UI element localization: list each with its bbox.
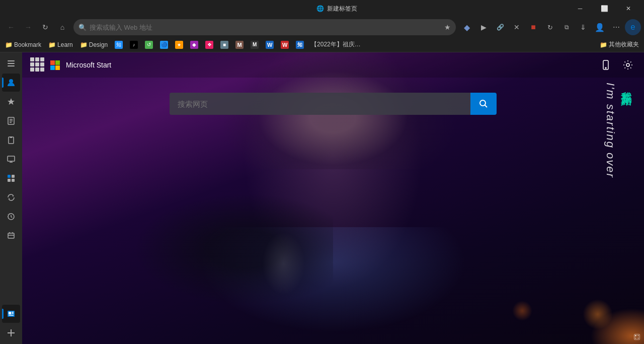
svg-rect-1	[8, 63, 15, 64]
sidebar-item-clipboard[interactable]	[2, 131, 20, 149]
page-indicator[interactable]	[634, 334, 640, 340]
refresh-button[interactable]: ↻	[37, 19, 53, 35]
sidebar-item-favorites[interactable]	[2, 93, 20, 111]
ms-start-controls	[598, 57, 636, 73]
svg-rect-35	[637, 335, 639, 336]
sidebar-item-history[interactable]	[2, 208, 20, 226]
site-icon: M	[251, 41, 259, 49]
browser-feature-3[interactable]: ■	[525, 19, 541, 35]
star-icon[interactable]: ★	[444, 23, 451, 31]
site-icon: W	[266, 41, 274, 49]
folder-icon: 📁	[5, 41, 13, 48]
settings-icon[interactable]	[620, 57, 636, 73]
bookmark-zh[interactable]: 知	[112, 40, 126, 50]
maximize-button[interactable]: ⬜	[593, 0, 616, 17]
tab-label: 新建标签页	[327, 5, 357, 13]
home-button[interactable]: ⌂	[54, 19, 70, 35]
svg-rect-2	[8, 65, 15, 66]
downloads-button[interactable]: ⇓	[575, 19, 591, 35]
play-button[interactable]: ▶	[475, 19, 492, 35]
search-icon-small: 🔍	[78, 24, 87, 31]
svg-rect-18	[8, 233, 14, 238]
sidebar-item-sync[interactable]	[2, 188, 20, 207]
bookmark-icon-9[interactable]: M	[232, 40, 247, 50]
bookmark-icon-11[interactable]: W	[263, 40, 277, 50]
site-icon: ♪	[130, 41, 138, 49]
ms-start-logo[interactable]: Microsoft Start	[50, 60, 111, 70]
profile-button[interactable]: 👤	[592, 19, 608, 35]
svg-rect-23	[9, 312, 11, 314]
more-button[interactable]: ⋯	[608, 19, 624, 35]
bookmark-folder-other[interactable]: 📁 其他收藏夹	[597, 39, 642, 50]
forward-button[interactable]: →	[20, 19, 36, 35]
bookmark-icon-5[interactable]: ★	[172, 40, 186, 50]
vertical-text-english: I'm starting over	[604, 83, 617, 178]
search-button[interactable]	[470, 93, 497, 115]
bookmark-label: 【2022年】祖庆才...	[311, 40, 361, 49]
sidebar-item-profile[interactable]	[2, 74, 20, 92]
sidebar-item-collections[interactable]	[2, 227, 20, 245]
bookmark-icon-13[interactable]: 知	[293, 40, 307, 50]
browser-feature-2[interactable]: ✕	[509, 19, 525, 35]
browser-feature-4[interactable]: ↻	[542, 19, 558, 35]
close-button[interactable]: ✕	[617, 0, 640, 17]
tab-title: 🌐 新建标签页	[316, 5, 357, 13]
sidebar-item-news[interactable]	[2, 305, 20, 323]
sidebar-item-menu[interactable]	[2, 54, 20, 73]
bookmark-label: Bookmark	[14, 41, 41, 48]
bookmark-douyin[interactable]: ♪	[127, 40, 141, 50]
site-icon: ■	[220, 41, 228, 49]
ms-grid-button[interactable]	[30, 57, 45, 73]
title-bar: 🌐 新建标签页 ─ ⬜ ✕	[0, 0, 644, 17]
svg-rect-15	[8, 179, 11, 182]
main-content: Microsoft Start	[22, 52, 644, 344]
bookmark-folder-learn[interactable]: 📁 Learn	[45, 40, 76, 49]
vertical-text-chinese: 我重新开始	[619, 83, 634, 178]
sidebar-item-add[interactable]	[2, 324, 20, 342]
svg-rect-34	[635, 335, 636, 336]
bookmark-label: Learn	[57, 41, 73, 48]
phone-icon[interactable]	[598, 57, 614, 73]
svg-line-33	[485, 105, 488, 108]
folder-icon: 📁	[48, 41, 56, 48]
bookmark-icon-10[interactable]: M	[248, 40, 262, 50]
edge-wallet-button[interactable]: ◆	[459, 19, 475, 35]
bookmark-icon-12[interactable]: W	[278, 40, 292, 50]
bookmark-icon-4[interactable]: 🔵	[157, 40, 171, 50]
bookmark-icon-7[interactable]: ❖	[202, 40, 216, 50]
svg-rect-24	[12, 312, 14, 313]
svg-rect-16	[12, 179, 15, 182]
bookmark-icon-3[interactable]: ↺	[142, 40, 156, 50]
bookmarks-bar: 📁 Bookmark 📁 Learn 📁 Design 知 ♪ ↺ 🔵 ★ ◆ …	[0, 37, 644, 52]
edge-icon[interactable]: e	[625, 19, 641, 35]
search-input[interactable]	[170, 93, 470, 115]
site-icon: ↺	[145, 41, 153, 49]
sidebar-item-screen[interactable]	[2, 150, 20, 168]
site-icon: M	[235, 41, 244, 49]
bookmark-folder-design[interactable]: 📁 Design	[77, 40, 111, 49]
site-icon: ◆	[190, 41, 198, 49]
address-input[interactable]	[90, 24, 441, 31]
vertical-text-overlay: I'm starting over 我重新开始	[604, 83, 634, 178]
window-controls: ─ ⬜ ✕	[569, 0, 640, 17]
nav-icons-right: ◆ ▶ 🔗 ✕ ■ ↻ ⧉ ⇓ 👤 ⋯ e	[459, 19, 641, 35]
bookmark-icon-8[interactable]: ■	[217, 40, 231, 50]
bookmark-2022[interactable]: 【2022年】祖庆才...	[308, 39, 364, 50]
bookmark-folder-bookmark[interactable]: 📁 Bookmark	[2, 40, 44, 49]
sidebar-item-apps[interactable]	[2, 169, 20, 187]
svg-rect-14	[12, 175, 15, 178]
back-button[interactable]: ←	[3, 19, 19, 35]
browser-feature-1[interactable]: 🔗	[492, 19, 508, 35]
bookmark-icon-6[interactable]: ◆	[187, 40, 201, 50]
minimize-button[interactable]: ─	[569, 0, 592, 17]
svg-rect-36	[635, 337, 636, 339]
svg-point-32	[480, 100, 486, 106]
svg-rect-37	[637, 337, 639, 339]
sidebar-item-reading[interactable]	[2, 112, 20, 130]
svg-rect-26	[9, 315, 14, 316]
nav-bar: ← → ↻ ⌂ 🔍 ★ ◆ ▶ 🔗 ✕ ■ ↻ ⧉ ⇓ 👤 ⋯ e	[0, 17, 644, 37]
extensions-button[interactable]: ⧉	[558, 19, 575, 35]
svg-point-3	[9, 79, 13, 83]
bookmark-label: 其他收藏夹	[609, 40, 639, 49]
site-icon: W	[281, 41, 289, 49]
